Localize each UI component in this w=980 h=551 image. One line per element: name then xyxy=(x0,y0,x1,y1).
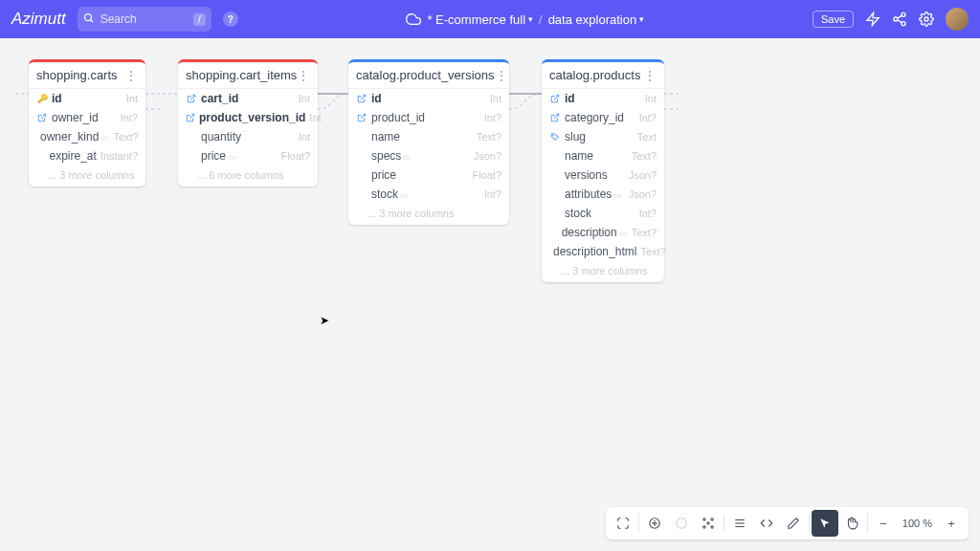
column-row[interactable]: priceFloat? xyxy=(348,165,509,185)
code-icon[interactable] xyxy=(753,510,780,537)
entity-menu-icon[interactable]: ⋮ xyxy=(124,69,138,82)
link-icon xyxy=(186,113,195,122)
more-columns[interactable]: ... 3 more columns xyxy=(29,165,145,187)
column-row[interactable]: owner_idInt? xyxy=(29,108,145,127)
entity-products[interactable]: catalog.products⋮idIntcategory_idInt?slu… xyxy=(542,59,664,282)
share-icon[interactable] xyxy=(892,11,907,27)
more-columns[interactable]: ... 3 more columns xyxy=(348,204,509,225)
column-type: Int? xyxy=(121,112,138,123)
svg-line-14 xyxy=(554,95,559,99)
column-row[interactable]: stockInt? xyxy=(542,204,664,223)
column-name: id xyxy=(371,92,486,105)
column-row[interactable]: stock▭Int? xyxy=(348,185,509,204)
column-row[interactable]: description_htmlText? xyxy=(542,242,664,261)
pointer-tool[interactable] xyxy=(812,510,838,537)
more-columns[interactable]: ... 3 more columns xyxy=(542,261,664,282)
entity-menu-icon[interactable]: ⋮ xyxy=(495,69,508,82)
column-name: name xyxy=(565,149,628,163)
breadcrumb: * E-commerce full▾ / data exploration▾ xyxy=(250,11,801,27)
column-row[interactable]: idInt xyxy=(542,89,664,108)
svg-point-24 xyxy=(703,526,705,528)
entity-menu-icon[interactable]: ⋮ xyxy=(643,69,657,82)
entity-cart_items[interactable]: shopping.cart_items⋮cart_idIntproduct_ve… xyxy=(178,59,318,187)
column-name: id xyxy=(52,92,122,105)
column-row[interactable]: nameText? xyxy=(542,146,664,165)
save-button[interactable]: Save xyxy=(813,11,854,28)
column-row[interactable]: product_idInt? xyxy=(348,108,509,127)
column-row[interactable]: quantityInt xyxy=(178,127,318,146)
comment-icon: ▭ xyxy=(228,152,236,162)
svg-point-22 xyxy=(703,518,705,520)
column-name: owner_id xyxy=(52,111,117,124)
column-row[interactable]: owner_kind▭Text? xyxy=(29,127,145,146)
column-name: description_html xyxy=(553,245,636,258)
entity-title: catalog.product_versions xyxy=(356,68,495,82)
entity-product_versions[interactable]: catalog.product_versions⋮idIntproduct_id… xyxy=(348,59,509,225)
column-name: stock▭ xyxy=(371,187,480,201)
help-icon[interactable]: ? xyxy=(223,11,238,27)
svg-point-8 xyxy=(924,17,928,21)
list-icon[interactable] xyxy=(726,510,753,537)
svg-line-10 xyxy=(190,95,195,99)
column-row[interactable]: cart_idInt xyxy=(178,89,318,108)
hand-tool[interactable] xyxy=(838,510,865,537)
column-row[interactable]: versionsJson? xyxy=(542,165,664,185)
entity-header[interactable]: catalog.products⋮ xyxy=(542,59,664,89)
column-row[interactable]: attributes▭Json? xyxy=(542,185,664,204)
bolt-icon[interactable] xyxy=(865,11,880,27)
entity-title: catalog.products xyxy=(549,68,640,82)
project-dropdown[interactable]: * E-commerce full▾ xyxy=(427,12,533,27)
column-name: attributes▭ xyxy=(565,187,625,201)
column-row[interactable]: description▭Text? xyxy=(542,223,664,242)
zoom-out-button[interactable]: − xyxy=(870,510,897,537)
edit-icon[interactable] xyxy=(780,510,807,537)
add-table-icon[interactable] xyxy=(641,510,668,537)
zoom-in-button[interactable]: + xyxy=(938,510,965,537)
more-columns[interactable]: ... 6 more columns xyxy=(178,165,318,187)
entity-header[interactable]: shopping.carts⋮ xyxy=(29,59,145,89)
column-type: Int? xyxy=(484,112,501,123)
search-input[interactable] xyxy=(100,12,188,26)
column-row[interactable]: expire_atInstant? xyxy=(29,146,145,165)
layout-dropdown[interactable]: data exploration▾ xyxy=(548,12,645,27)
tag-icon xyxy=(549,132,561,142)
logo[interactable]: Azimutt xyxy=(11,10,66,29)
column-row[interactable]: 🔑idInt xyxy=(29,89,145,108)
entity-header[interactable]: catalog.product_versions⋮ xyxy=(348,59,509,89)
avatar[interactable] xyxy=(946,8,969,31)
link-icon xyxy=(549,113,561,122)
column-row[interactable]: idInt xyxy=(348,89,509,108)
fit-icon[interactable] xyxy=(610,510,636,537)
search-box[interactable]: / xyxy=(78,7,212,32)
column-type: Int xyxy=(645,93,657,104)
column-name: cart_id xyxy=(201,92,295,105)
entity-carts[interactable]: shopping.carts⋮🔑idIntowner_idInt?owner_k… xyxy=(29,59,145,187)
comment-icon: ▭ xyxy=(100,133,109,143)
svg-line-6 xyxy=(898,15,902,18)
column-name: product_version_id xyxy=(199,111,305,124)
column-type: Float? xyxy=(280,150,310,162)
column-row[interactable]: nameText? xyxy=(348,127,509,146)
entity-header[interactable]: shopping.cart_items⋮ xyxy=(178,59,318,89)
auto-layout-icon[interactable] xyxy=(695,510,722,537)
entity-menu-icon[interactable]: ⋮ xyxy=(297,69,310,82)
column-type: Text xyxy=(637,131,657,143)
column-row[interactable]: slugText xyxy=(542,127,664,146)
column-type: Int xyxy=(299,131,310,143)
canvas[interactable]: shopping.carts⋮🔑idIntowner_idInt?owner_k… xyxy=(0,38,980,551)
group-icon[interactable] xyxy=(668,510,695,537)
svg-line-1 xyxy=(90,20,93,23)
svg-point-23 xyxy=(711,518,713,520)
column-type: Json? xyxy=(629,188,657,200)
column-row[interactable]: product_version_idInt xyxy=(178,108,318,127)
column-row[interactable]: price▭Float? xyxy=(178,146,318,165)
column-type: Int? xyxy=(484,188,501,200)
link-icon xyxy=(186,94,197,103)
column-row[interactable]: category_idInt? xyxy=(542,108,664,127)
column-row[interactable]: specs▭Json? xyxy=(348,146,509,165)
column-name: owner_kind▭ xyxy=(40,130,109,143)
column-type: Text? xyxy=(477,131,501,143)
svg-line-7 xyxy=(898,20,902,23)
gear-icon[interactable] xyxy=(919,11,934,27)
column-type: Int? xyxy=(639,208,657,219)
